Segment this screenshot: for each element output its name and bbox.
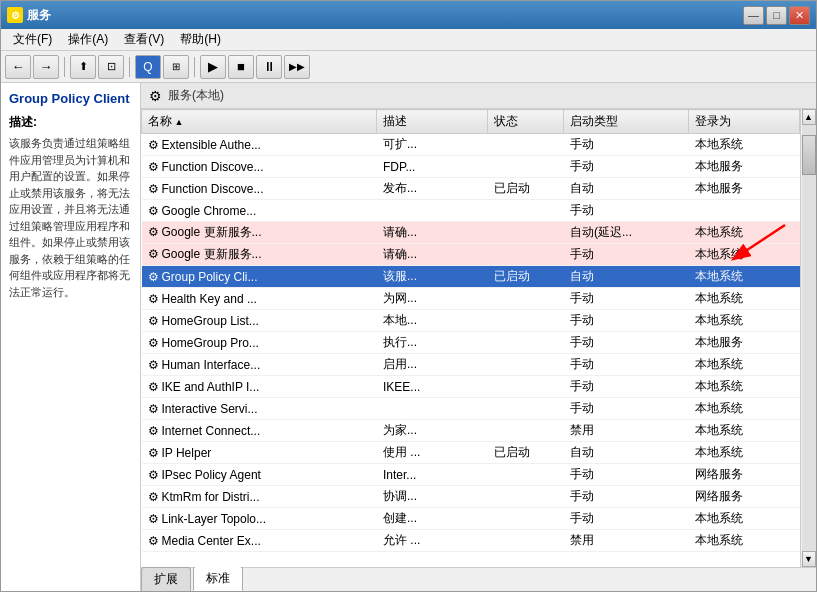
service-gear-icon: ⚙: [148, 446, 159, 460]
service-name-cell: Interactive Servi...: [162, 402, 258, 416]
toolbar-sep-3: [194, 57, 195, 77]
service-gear-icon: ⚙: [148, 380, 159, 394]
table-body: ⚙Extensible Authe...可扩...手动本地系统⚙Function…: [142, 134, 800, 552]
service-gear-icon: ⚙: [148, 358, 159, 372]
table-row[interactable]: ⚙Google Chrome...手动: [142, 200, 800, 222]
service-gear-icon: ⚙: [148, 534, 159, 548]
main-window: ⚙ 服务 — □ ✕ 文件(F) 操作(A) 查看(V) 帮助(H) ← → ⬆…: [0, 0, 817, 592]
service-name-cell: Function Discove...: [162, 182, 264, 196]
menu-help[interactable]: 帮助(H): [172, 29, 229, 50]
show-tree-button[interactable]: ⊡: [98, 55, 124, 79]
tab-standard[interactable]: 标准: [193, 566, 243, 591]
service-name-cell: Human Interface...: [162, 358, 261, 372]
toolbar: ← → ⬆ ⊡ Q ⊞ ▶ ■ ⏸ ▶▶: [1, 51, 816, 83]
pause-service-button[interactable]: ⏸: [256, 55, 282, 79]
back-button[interactable]: ←: [5, 55, 31, 79]
table-row[interactable]: ⚙KtmRm for Distri...协调...手动网络服务: [142, 486, 800, 508]
table-row[interactable]: ⚙IP Helper使用 ...已启动自动本地系统: [142, 442, 800, 464]
col-header-login[interactable]: 登录为: [689, 110, 800, 134]
service-name-cell: Google Chrome...: [162, 204, 257, 218]
minimize-button[interactable]: —: [743, 6, 764, 25]
up-button[interactable]: ⬆: [70, 55, 96, 79]
export-button[interactable]: ⊞: [163, 55, 189, 79]
scroll-up-button[interactable]: ▲: [802, 109, 816, 125]
col-header-status[interactable]: 状态: [488, 110, 564, 134]
service-gear-icon: ⚙: [148, 424, 159, 438]
col-header-startup[interactable]: 启动类型: [564, 110, 689, 134]
window-title: 服务: [27, 7, 51, 24]
bottom-tabs: 扩展 标准: [141, 567, 816, 591]
table-row[interactable]: ⚙Google 更新服务...请确...自动(延迟...本地系统: [142, 222, 800, 244]
table-row[interactable]: ⚙Interactive Servi...手动本地系统: [142, 398, 800, 420]
col-header-name[interactable]: 名称: [142, 110, 377, 134]
scrollbar[interactable]: ▲ ▼: [800, 109, 816, 567]
menu-action[interactable]: 操作(A): [60, 29, 116, 50]
address-bar: ⚙ 服务(本地): [141, 83, 816, 109]
table-row[interactable]: ⚙Google 更新服务...请确...手动本地系统: [142, 244, 800, 266]
scroll-thumb[interactable]: [802, 135, 816, 175]
service-gear-icon: ⚙: [148, 512, 159, 526]
service-name-cell: HomeGroup List...: [162, 314, 259, 328]
service-gear-icon: ⚙: [148, 225, 159, 239]
table-row[interactable]: ⚙HomeGroup List...本地...手动本地系统: [142, 310, 800, 332]
service-gear-icon: ⚙: [148, 490, 159, 504]
address-icon: ⚙: [149, 88, 162, 104]
table-header-row: 名称 描述 状态 启动类型 登录为: [142, 110, 800, 134]
service-name-cell: Group Policy Cli...: [162, 270, 258, 284]
table-row[interactable]: ⚙HomeGroup Pro...执行...手动本地服务: [142, 332, 800, 354]
services-table-wrapper: 名称 描述 状态 启动类型 登录为 ⚙Extensible Authe...可扩…: [141, 109, 800, 567]
tab-extend[interactable]: 扩展: [141, 567, 191, 591]
service-gear-icon: ⚙: [148, 182, 159, 196]
start-service-button[interactable]: ▶: [200, 55, 226, 79]
service-name-cell: KtmRm for Distri...: [162, 490, 260, 504]
service-name-cell: Media Center Ex...: [162, 534, 261, 548]
menu-file[interactable]: 文件(F): [5, 29, 60, 50]
main-content: Group Policy Client 描述: 该服务负责通过组策略组件应用管理…: [1, 83, 816, 591]
service-name-cell: Google 更新服务...: [162, 225, 262, 239]
scroll-track: [802, 125, 816, 551]
service-name-cell: Link-Layer Topolo...: [162, 512, 267, 526]
right-panel: ⚙ 服务(本地) 名称 描述 状态 启动类型 登录为: [141, 83, 816, 591]
restart-service-button[interactable]: ▶▶: [284, 55, 310, 79]
table-row[interactable]: ⚙Extensible Authe...可扩...手动本地系统: [142, 134, 800, 156]
toolbar-sep-2: [129, 57, 130, 77]
service-name-cell: Internet Connect...: [162, 424, 261, 438]
address-text: 服务(本地): [168, 87, 224, 104]
services-table: 名称 描述 状态 启动类型 登录为 ⚙Extensible Authe...可扩…: [141, 109, 800, 552]
table-row[interactable]: ⚙Human Interface...启用...手动本地系统: [142, 354, 800, 376]
table-row[interactable]: ⚙IPsec Policy AgentInter...手动网络服务: [142, 464, 800, 486]
service-gear-icon: ⚙: [148, 138, 159, 152]
toolbar-sep-1: [64, 57, 65, 77]
service-gear-icon: ⚙: [148, 314, 159, 328]
service-gear-icon: ⚙: [148, 204, 159, 218]
service-name-cell: HomeGroup Pro...: [162, 336, 259, 350]
close-button[interactable]: ✕: [789, 6, 810, 25]
col-header-desc[interactable]: 描述: [377, 110, 488, 134]
table-row[interactable]: ⚙Group Policy Cli...该服...已启动自动本地系统: [142, 266, 800, 288]
service-name-cell: IP Helper: [162, 446, 212, 460]
service-name-cell: IPsec Policy Agent: [162, 468, 261, 482]
menu-view[interactable]: 查看(V): [116, 29, 172, 50]
service-gear-icon: ⚙: [148, 292, 159, 306]
maximize-button[interactable]: □: [766, 6, 787, 25]
table-row[interactable]: ⚙Media Center Ex...允许 ...禁用本地系统: [142, 530, 800, 552]
service-gear-icon: ⚙: [148, 468, 159, 482]
selected-service-name: Group Policy Client: [9, 91, 132, 106]
menu-bar: 文件(F) 操作(A) 查看(V) 帮助(H): [1, 29, 816, 51]
find-button[interactable]: Q: [135, 55, 161, 79]
window-icon: ⚙: [7, 7, 23, 23]
forward-button[interactable]: →: [33, 55, 59, 79]
table-row[interactable]: ⚙Internet Connect...为家...禁用本地系统: [142, 420, 800, 442]
scroll-down-button[interactable]: ▼: [802, 551, 816, 567]
table-row[interactable]: ⚙Health Key and ...为网...手动本地系统: [142, 288, 800, 310]
service-gear-icon: ⚙: [148, 336, 159, 350]
stop-service-button[interactable]: ■: [228, 55, 254, 79]
table-row[interactable]: ⚙Function Discove...FDP...手动本地服务: [142, 156, 800, 178]
table-row[interactable]: ⚙Link-Layer Topolo...创建...手动本地系统: [142, 508, 800, 530]
table-row[interactable]: ⚙IKE and AuthIP I...IKEE...手动本地系统: [142, 376, 800, 398]
service-name-cell: IKE and AuthIP I...: [162, 380, 260, 394]
service-name-cell: Health Key and ...: [162, 292, 257, 306]
service-gear-icon: ⚙: [148, 247, 159, 261]
table-row[interactable]: ⚙Function Discove...发布...已启动自动本地服务: [142, 178, 800, 200]
title-bar: ⚙ 服务 — □ ✕: [1, 1, 816, 29]
